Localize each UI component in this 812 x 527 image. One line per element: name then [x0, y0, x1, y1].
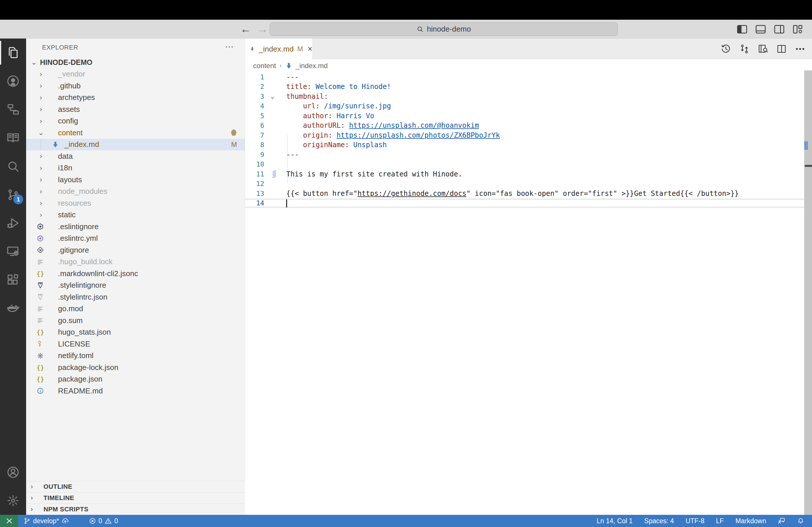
tree-item-.eslintignore[interactable]: .eslintignore	[26, 221, 245, 232]
activity-item-settings[interactable]	[0, 486, 26, 515]
editor-scrollbar[interactable]	[804, 71, 812, 515]
tree-item-node_modules[interactable]: ›node_modules	[26, 186, 245, 198]
activity-item-extensions[interactable]	[0, 266, 26, 294]
status-markdown[interactable]: Markdown	[736, 517, 766, 525]
preview-icon[interactable]	[757, 43, 768, 55]
code-editor[interactable]: 1---2title: Welcome to Hinode!3⌄thumbnai…	[245, 72, 804, 515]
back-arrow-icon[interactable]: ←	[240, 23, 251, 35]
forward-arrow-icon[interactable]: →	[257, 23, 268, 35]
status-utf-8[interactable]: UTF-8	[685, 517, 705, 525]
breadcrumb-file[interactable]: _index.md	[295, 62, 328, 70]
tree-item-config[interactable]: ›config	[26, 115, 245, 127]
toggle-primary-sidebar-icon[interactable]	[736, 23, 748, 35]
tab-index-md[interactable]: _index.md M ×	[245, 39, 313, 59]
code-text: authorURL: https://unsplash.com/@hoanvok…	[286, 121, 479, 130]
code-line-8[interactable]: 8 originName: Unsplash	[245, 140, 804, 150]
tree-item-README.md[interactable]: README.md	[26, 385, 245, 397]
command-center-search[interactable]: hinode-demo	[270, 22, 618, 36]
tree-item-.github[interactable]: ›.github	[26, 80, 245, 92]
problems-status[interactable]: 00	[89, 517, 118, 525]
tree-item-go.sum[interactable]: go.sum	[26, 315, 245, 327]
tree-item-_index.md[interactable]: _index.mdM	[26, 139, 245, 151]
customize-layout-icon[interactable]	[792, 23, 804, 35]
tree-item-LICENSE[interactable]: LICENSE	[26, 338, 245, 350]
section-npm-scripts[interactable]: ›NPM SCRIPTS	[26, 503, 245, 515]
activity-item-github[interactable]	[0, 67, 26, 95]
activity-item-docker[interactable]	[0, 294, 26, 322]
changes-icon[interactable]	[739, 43, 750, 55]
tree-item-.markdownlint-cli2.jsonc[interactable]: {}.markdownlint-cli2.jsonc	[26, 268, 245, 280]
activity-item-explorer[interactable]	[0, 39, 26, 67]
file-icon-wrap: {}	[36, 269, 45, 278]
code-line-14[interactable]: 14	[245, 198, 804, 208]
toggle-secondary-sidebar-icon[interactable]	[773, 23, 785, 35]
activity-item-hierarchy[interactable]	[0, 95, 26, 124]
tree-item-netlify.toml[interactable]: netlify.toml	[26, 350, 245, 362]
tree-item-static[interactable]: ›static	[26, 209, 245, 221]
activity-item-account[interactable]	[0, 458, 26, 486]
lines-icon	[37, 258, 44, 266]
breadcrumb[interactable]: content › _index.md	[245, 59, 812, 72]
tree-item-.gitignore[interactable]: .gitignore	[26, 244, 245, 256]
code-line-11[interactable]: 11This is my first site created with Hin…	[245, 169, 804, 179]
tree-item-label: README.md	[58, 387, 103, 395]
code-line-12[interactable]: 12	[245, 179, 804, 189]
publish-icon	[61, 517, 69, 525]
remote-indicator[interactable]	[0, 515, 18, 527]
tree-item-assets[interactable]: ›assets	[26, 103, 245, 115]
tree-item-.eslintrc.yml[interactable]: .eslintrc.yml	[26, 232, 245, 244]
code-line-7[interactable]: 7 origin: https://unsplash.com/photos/ZX…	[245, 130, 804, 140]
code-line-13[interactable]: 13{{< button href="https://gethinode.com…	[245, 189, 804, 198]
tree-item-resources[interactable]: ›resources	[26, 197, 245, 209]
status-ln-14[interactable]: Ln 14, Col 1	[597, 517, 633, 525]
tab-close-icon[interactable]: ×	[308, 44, 312, 54]
activity-item-source-control[interactable]: 1	[0, 180, 26, 209]
explorer-more-actions-icon[interactable]: ⋯	[225, 42, 234, 51]
more-icon[interactable]	[795, 43, 806, 55]
tree-item-.stylelintignore[interactable]: .stylelintignore	[26, 280, 245, 291]
tree-item-package.json[interactable]: {}package.json	[26, 374, 245, 385]
command-center-label: hinode-demo	[427, 25, 471, 34]
tree-item-go.mod[interactable]: go.mod	[26, 303, 245, 315]
code-line-2[interactable]: 2title: Welcome to Hinode!	[245, 82, 804, 92]
tree-item-package-lock.json[interactable]: {}package-lock.json	[26, 362, 245, 374]
activity-item-run-and-debug[interactable]	[0, 209, 26, 237]
split-editor-icon[interactable]	[776, 43, 787, 55]
fold-chevron-icon[interactable]: ⌄	[271, 92, 274, 100]
activity-item-docs[interactable]	[0, 124, 26, 152]
code-line-10[interactable]: 10	[245, 160, 804, 169]
tree-item-data[interactable]: ›data	[26, 150, 245, 162]
code-line-4[interactable]: 4 url: /img/sunrise.jpg	[245, 101, 804, 111]
activity-item-remote-explorer[interactable]	[0, 237, 26, 266]
tree-item-content[interactable]: ⌄content	[26, 127, 245, 139]
tree-item-label: data	[58, 152, 73, 161]
history-icon[interactable]	[720, 43, 731, 55]
tree-item-layouts[interactable]: ›layouts	[26, 174, 245, 186]
branch-status[interactable]: develop*	[23, 517, 69, 525]
gutter-decorations	[268, 101, 286, 111]
code-line-3[interactable]: 3⌄thumbnail:	[245, 92, 804, 101]
code-line-5[interactable]: 5 author: Harris Vo	[245, 111, 804, 121]
code-line-9[interactable]: 9---	[245, 150, 804, 160]
code-line-1[interactable]: 1---	[245, 72, 804, 82]
tree-item-.hugo_build.lock[interactable]: .hugo_build.lock	[26, 256, 245, 268]
overview-ruler-cursor-mark	[805, 165, 812, 167]
line-number: 12	[245, 180, 268, 187]
explorer-title: EXPLORER	[42, 44, 78, 51]
toggle-panel-icon[interactable]	[755, 23, 767, 35]
status-lf[interactable]: LF	[716, 517, 724, 525]
section-outline[interactable]: ›OUTLINE	[26, 481, 245, 492]
tree-item-i18n[interactable]: ›i18n	[26, 162, 245, 174]
status-spaces[interactable]: Spaces: 4	[644, 517, 674, 525]
code-line-6[interactable]: 6 authorURL: https://unsplash.com/@hoanv…	[245, 121, 804, 131]
tree-root-HINODE-DEMO[interactable]: ⌄HINODE-DEMO	[26, 57, 245, 69]
braces-icon: {}	[37, 329, 44, 336]
tree-item-.stylelintrc.json[interactable]: .stylelintrc.json	[26, 291, 245, 303]
tree-item-hugo_stats.json[interactable]: {}hugo_stats.json	[26, 327, 245, 338]
tree-item-archetypes[interactable]: ›archetypes	[26, 92, 245, 104]
activity-item-search[interactable]	[0, 152, 26, 180]
tree-item-_vendor[interactable]: ›_vendor	[26, 69, 245, 80]
code-text: originName: Unsplash	[286, 141, 387, 149]
breadcrumb-folder[interactable]: content	[253, 62, 276, 70]
section-timeline[interactable]: ›TIMELINE	[26, 492, 245, 503]
